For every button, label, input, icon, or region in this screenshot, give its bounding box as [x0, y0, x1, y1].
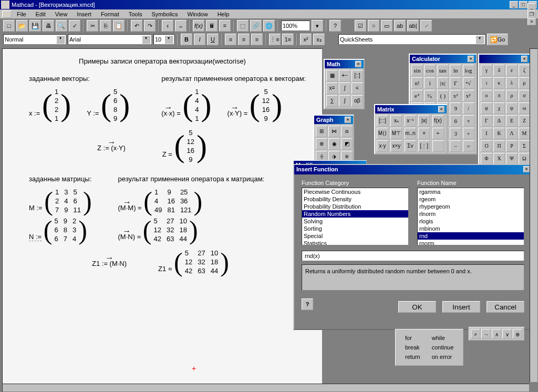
maximize-button[interactable]: □	[519, 1, 527, 8]
menu-view[interactable]: View	[51, 11, 72, 18]
greek-btn[interactable]: Ο	[481, 140, 492, 152]
greek-btn[interactable]: χ	[493, 102, 505, 114]
greek-btn[interactable]: Ω	[519, 153, 530, 164]
save-button[interactable]: 💾	[29, 20, 41, 32]
matrix-btn[interactable]: |x|	[418, 115, 430, 127]
greek-btn[interactable]: Σ	[519, 140, 530, 152]
matrix-btn[interactable]: M⊤	[390, 128, 402, 139]
list-item[interactable]: rlogis	[418, 218, 524, 225]
matrix-btn[interactable]: xₙ	[390, 115, 402, 127]
greek-btn[interactable]: Ε	[506, 115, 518, 127]
matrix-btn[interactable]: Σv	[405, 140, 416, 152]
math-btn[interactable]: ∑	[326, 95, 338, 107]
list-item[interactable]: rnd	[418, 232, 524, 240]
calc-btn[interactable]: /	[463, 102, 474, 114]
greek-btn[interactable]: ε	[506, 65, 518, 76]
math-palette[interactable]: Math× ▦+−[::] x=∫< ∑∫αβ	[324, 59, 365, 109]
greek-btn[interactable]: ι	[481, 77, 492, 89]
greek-btn[interactable]: γ	[481, 65, 492, 76]
sub-button[interactable]: x₂	[313, 34, 325, 45]
align-button[interactable]: ⫞	[162, 20, 173, 32]
greek-btn[interactable]: Ζ	[519, 115, 530, 127]
math-btn[interactable]: ∫	[339, 95, 350, 107]
list-item[interactable]: Special	[302, 232, 408, 240]
btn1[interactable]: ▭	[381, 20, 392, 32]
sym-btn[interactable]: ⊕	[513, 329, 522, 338]
greek-btn[interactable]: κ	[493, 77, 505, 89]
sym-btn[interactable]: ¬	[481, 329, 491, 338]
new-button[interactable]: □	[3, 20, 15, 32]
math-btn[interactable]: x=	[326, 82, 338, 94]
graph-btn[interactable]: ◩	[341, 138, 353, 150]
greek-btn[interactable]: Δ	[493, 115, 505, 127]
menu-edit[interactable]: Edit	[32, 11, 50, 18]
greek-palette[interactable]: × γδεζικλμοπρσφχψωΓΔΕΖΙΚΛΜΟΠΡΣΦΧΨΩ	[478, 54, 531, 167]
math-btn[interactable]: ▦	[326, 70, 338, 81]
greek-btn[interactable]: Μ	[519, 128, 530, 139]
ref-button[interactable]: 🔗	[250, 20, 262, 32]
graph-btn[interactable]: ⋈	[328, 126, 340, 137]
calc-btn[interactable]: 6	[450, 115, 461, 127]
list-item[interactable]: Random Numbers	[302, 210, 408, 218]
close-icon[interactable]: ×	[468, 56, 474, 62]
graph-btn[interactable]: ⊞	[316, 126, 327, 137]
greek-btn[interactable]: Π	[493, 140, 505, 152]
menu-format[interactable]: Format	[97, 11, 123, 18]
calc-btn[interactable]: log	[463, 65, 474, 76]
graph-btn[interactable]: ⧈	[341, 126, 353, 137]
matrix-btn[interactable]: M⟨⟩	[377, 128, 388, 139]
list-item[interactable]: rhypergeom	[418, 203, 524, 210]
greek-btn[interactable]: σ	[519, 90, 530, 101]
list-item[interactable]: Piecewise Continuous	[302, 188, 408, 195]
greek-btn[interactable]: Ψ	[506, 153, 518, 164]
calc-btn[interactable]: +	[463, 128, 474, 139]
doc-restore-button[interactable]: ❐	[527, 11, 536, 18]
list-item[interactable]: Solving	[302, 218, 408, 225]
graph-btn[interactable]: ⊕	[316, 138, 327, 150]
calc-btn[interactable]: =	[463, 140, 474, 152]
math-btn[interactable]: <	[351, 82, 363, 94]
ok-button[interactable]: OK	[398, 301, 436, 313]
numbers-button[interactable]: 1≡	[282, 34, 294, 45]
greek-btn[interactable]: Χ	[493, 153, 505, 164]
align-left-button[interactable]: ≡	[225, 34, 236, 45]
greek-btn[interactable]: Γ	[481, 115, 492, 127]
greek-btn[interactable]: δ	[493, 65, 505, 76]
graph-palette[interactable]: Graph× ⊞⋈⧈ ⊕◉◩ ⟠⬗※	[313, 115, 354, 165]
greek-btn[interactable]: ψ	[506, 102, 518, 114]
greek-btn[interactable]: ω	[519, 102, 530, 114]
list-item[interactable]: rlnorm	[418, 210, 524, 218]
vertical-scrollbar[interactable]	[530, 48, 538, 383]
help-button[interactable]: ?	[302, 298, 313, 310]
close-icon[interactable]: ×	[345, 117, 351, 123]
size-combo[interactable]: 10▾	[153, 34, 174, 45]
matrix-btn[interactable]: x⁻¹	[405, 115, 416, 127]
greek-btn[interactable]: ο	[481, 90, 492, 101]
calc-btn[interactable]: sin	[411, 65, 423, 76]
dialog-close-button[interactable]: ×	[523, 166, 530, 172]
function-listbox[interactable]: rgammargeomrhypergeomrlnormrlogisrnbinom…	[417, 188, 524, 245]
close-icon[interactable]: ×	[438, 106, 444, 112]
doc-close-button[interactable]: ×	[527, 18, 536, 25]
list-item[interactable]: rnorm	[418, 240, 524, 245]
greek-btn[interactable]: ρ	[506, 90, 518, 101]
web-button[interactable]: 🌐	[263, 20, 275, 32]
cancel-button[interactable]: Cancel	[487, 301, 524, 313]
horizontal-scrollbar[interactable]	[2, 384, 530, 392]
list-item[interactable]: Probability Density	[302, 195, 408, 203]
insert-button[interactable]: Insert	[442, 301, 480, 313]
underline-button[interactable]: U	[207, 34, 219, 45]
calc-btn[interactable]: eˣ	[411, 90, 423, 101]
math-btn[interactable]: +−	[339, 70, 350, 81]
matrix-btn[interactable]: x×y	[390, 140, 402, 152]
matrix-palette[interactable]: Matrix× [:::]xₙx⁻¹|x|f(x)M⟨⟩M⊤m..n×÷x·yx…	[374, 104, 448, 154]
calc-button[interactable]: =	[219, 20, 231, 32]
signature-field[interactable]: rnd(x)	[302, 251, 524, 261]
boolean-palette[interactable]: ≠ ¬ ∧ ∨ ⊕	[469, 327, 524, 341]
align-center-button[interactable]: ≡	[238, 34, 250, 45]
matrix-btn[interactable]: [:::]	[377, 115, 388, 127]
graph-btn[interactable]: ◉	[328, 138, 340, 150]
menu-file[interactable]: File	[13, 11, 30, 18]
sym-btn[interactable]: ∨	[502, 329, 512, 338]
calc-btn[interactable]: −	[450, 140, 461, 152]
